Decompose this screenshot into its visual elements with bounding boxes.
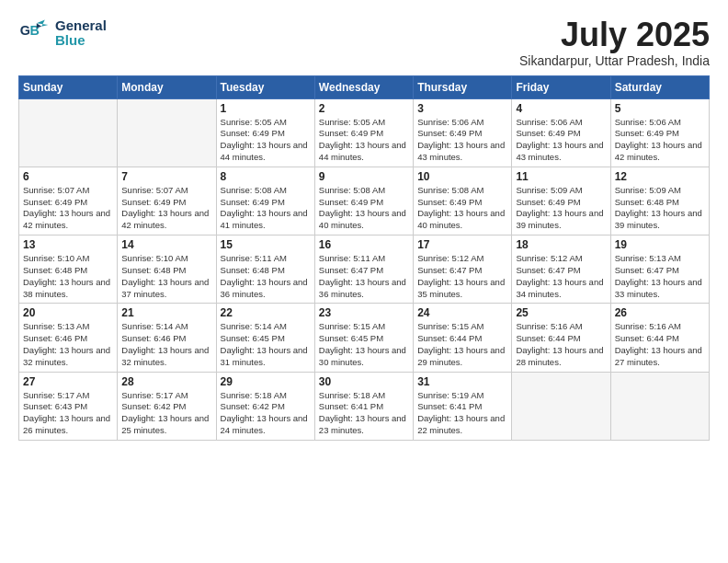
- day-number: 11: [516, 170, 606, 183]
- day-info: Sunrise: 5:10 AM Sunset: 6:48 PM Dayligh…: [23, 253, 113, 300]
- weekday-header: Sunday: [19, 75, 118, 98]
- calendar-cell: 10Sunrise: 5:08 AM Sunset: 6:49 PM Dayli…: [414, 167, 512, 235]
- day-info: Sunrise: 5:06 AM Sunset: 6:49 PM Dayligh…: [615, 117, 705, 164]
- calendar-cell: 20Sunrise: 5:13 AM Sunset: 6:46 PM Dayli…: [19, 304, 118, 372]
- day-number: 27: [23, 375, 113, 388]
- day-number: 24: [417, 306, 507, 319]
- weekday-header-row: SundayMondayTuesdayWednesdayThursdayFrid…: [19, 75, 710, 98]
- calendar-cell: 5Sunrise: 5:06 AM Sunset: 6:49 PM Daylig…: [610, 98, 709, 167]
- calendar-cell: 30Sunrise: 5:18 AM Sunset: 6:41 PM Dayli…: [314, 372, 413, 440]
- calendar-cell: 6Sunrise: 5:07 AM Sunset: 6:49 PM Daylig…: [19, 167, 118, 235]
- day-number: 26: [615, 306, 705, 319]
- day-number: 18: [516, 238, 606, 251]
- calendar-cell: [610, 372, 709, 440]
- day-number: 9: [319, 170, 409, 183]
- day-info: Sunrise: 5:11 AM Sunset: 6:47 PM Dayligh…: [319, 253, 409, 300]
- day-number: 1: [221, 102, 311, 115]
- day-number: 10: [417, 170, 507, 183]
- svg-text:G: G: [20, 23, 30, 38]
- day-info: Sunrise: 5:13 AM Sunset: 6:47 PM Dayligh…: [615, 253, 705, 300]
- day-number: 13: [23, 238, 113, 251]
- day-info: Sunrise: 5:06 AM Sunset: 6:49 PM Dayligh…: [516, 117, 606, 164]
- day-info: Sunrise: 5:11 AM Sunset: 6:48 PM Dayligh…: [221, 253, 311, 300]
- calendar-cell: 21Sunrise: 5:14 AM Sunset: 6:46 PM Dayli…: [118, 304, 216, 372]
- calendar-cell: 17Sunrise: 5:12 AM Sunset: 6:47 PM Dayli…: [414, 236, 512, 304]
- day-info: Sunrise: 5:15 AM Sunset: 6:45 PM Dayligh…: [319, 321, 409, 368]
- day-number: 19: [615, 238, 705, 251]
- day-number: 15: [221, 238, 311, 251]
- calendar-cell: [118, 98, 216, 167]
- day-number: 31: [417, 375, 507, 388]
- calendar-cell: [512, 372, 610, 440]
- calendar-cell: 9Sunrise: 5:08 AM Sunset: 6:49 PM Daylig…: [314, 167, 413, 235]
- calendar-week-row: 20Sunrise: 5:13 AM Sunset: 6:46 PM Dayli…: [19, 304, 710, 372]
- day-number: 8: [221, 170, 311, 183]
- location: Sikandarpur, Uttar Pradesh, India: [519, 53, 710, 68]
- day-info: Sunrise: 5:07 AM Sunset: 6:49 PM Dayligh…: [23, 185, 113, 232]
- day-info: Sunrise: 5:12 AM Sunset: 6:47 PM Dayligh…: [417, 253, 507, 300]
- calendar-cell: 22Sunrise: 5:14 AM Sunset: 6:45 PM Dayli…: [216, 304, 314, 372]
- calendar-cell: 3Sunrise: 5:06 AM Sunset: 6:49 PM Daylig…: [414, 98, 512, 167]
- calendar-header: SundayMondayTuesdayWednesdayThursdayFrid…: [19, 75, 710, 98]
- day-info: Sunrise: 5:12 AM Sunset: 6:47 PM Dayligh…: [516, 253, 606, 300]
- calendar-cell: 12Sunrise: 5:09 AM Sunset: 6:48 PM Dayli…: [610, 167, 709, 235]
- calendar-cell: 14Sunrise: 5:10 AM Sunset: 6:48 PM Dayli…: [118, 236, 216, 304]
- calendar-cell: 11Sunrise: 5:09 AM Sunset: 6:49 PM Dayli…: [512, 167, 610, 235]
- day-info: Sunrise: 5:15 AM Sunset: 6:44 PM Dayligh…: [417, 321, 507, 368]
- calendar-cell: 24Sunrise: 5:15 AM Sunset: 6:44 PM Dayli…: [414, 304, 512, 372]
- day-number: 29: [221, 375, 311, 388]
- day-number: 22: [221, 306, 311, 319]
- calendar-cell: 31Sunrise: 5:19 AM Sunset: 6:41 PM Dayli…: [414, 372, 512, 440]
- weekday-header: Wednesday: [314, 75, 413, 98]
- day-info: Sunrise: 5:09 AM Sunset: 6:48 PM Dayligh…: [615, 185, 705, 232]
- day-info: Sunrise: 5:19 AM Sunset: 6:41 PM Dayligh…: [417, 390, 507, 437]
- day-number: 17: [417, 238, 507, 251]
- page: G B General Blue July 2025 Sikandarpur, …: [0, 0, 728, 450]
- day-number: 12: [615, 170, 705, 183]
- header: G B General Blue July 2025 Sikandarpur, …: [18, 17, 710, 68]
- day-info: Sunrise: 5:05 AM Sunset: 6:49 PM Dayligh…: [319, 117, 409, 164]
- calendar-cell: 8Sunrise: 5:08 AM Sunset: 6:49 PM Daylig…: [216, 167, 314, 235]
- calendar-cell: 13Sunrise: 5:10 AM Sunset: 6:48 PM Dayli…: [19, 236, 118, 304]
- weekday-header: Monday: [118, 75, 216, 98]
- day-number: 14: [121, 238, 211, 251]
- day-info: Sunrise: 5:17 AM Sunset: 6:42 PM Dayligh…: [121, 390, 211, 437]
- day-info: Sunrise: 5:08 AM Sunset: 6:49 PM Dayligh…: [319, 185, 409, 232]
- day-info: Sunrise: 5:17 AM Sunset: 6:43 PM Dayligh…: [23, 390, 113, 437]
- day-info: Sunrise: 5:08 AM Sunset: 6:49 PM Dayligh…: [221, 185, 311, 232]
- day-info: Sunrise: 5:06 AM Sunset: 6:49 PM Dayligh…: [417, 117, 507, 164]
- day-number: 4: [516, 102, 606, 115]
- day-info: Sunrise: 5:13 AM Sunset: 6:46 PM Dayligh…: [23, 321, 113, 368]
- calendar-cell: 27Sunrise: 5:17 AM Sunset: 6:43 PM Dayli…: [19, 372, 118, 440]
- calendar-cell: [19, 98, 118, 167]
- calendar-week-row: 27Sunrise: 5:17 AM Sunset: 6:43 PM Dayli…: [19, 372, 710, 440]
- day-info: Sunrise: 5:08 AM Sunset: 6:49 PM Dayligh…: [417, 185, 507, 232]
- logo-icon: G B: [18, 17, 51, 50]
- title-block: July 2025 Sikandarpur, Uttar Pradesh, In…: [519, 17, 710, 68]
- day-info: Sunrise: 5:05 AM Sunset: 6:49 PM Dayligh…: [221, 117, 311, 164]
- calendar-cell: 25Sunrise: 5:16 AM Sunset: 6:44 PM Dayli…: [512, 304, 610, 372]
- day-info: Sunrise: 5:16 AM Sunset: 6:44 PM Dayligh…: [516, 321, 606, 368]
- logo: G B General Blue: [18, 17, 107, 50]
- month-year: July 2025: [519, 17, 710, 53]
- calendar-cell: 2Sunrise: 5:05 AM Sunset: 6:49 PM Daylig…: [314, 98, 413, 167]
- day-number: 30: [319, 375, 409, 388]
- day-number: 6: [23, 170, 113, 183]
- logo-text: General Blue: [55, 18, 107, 49]
- day-number: 16: [319, 238, 409, 251]
- day-number: 5: [615, 102, 705, 115]
- calendar-week-row: 13Sunrise: 5:10 AM Sunset: 6:48 PM Dayli…: [19, 236, 710, 304]
- day-info: Sunrise: 5:14 AM Sunset: 6:46 PM Dayligh…: [121, 321, 211, 368]
- day-info: Sunrise: 5:14 AM Sunset: 6:45 PM Dayligh…: [221, 321, 311, 368]
- calendar-cell: 15Sunrise: 5:11 AM Sunset: 6:48 PM Dayli…: [216, 236, 314, 304]
- weekday-header: Friday: [512, 75, 610, 98]
- calendar-week-row: 6Sunrise: 5:07 AM Sunset: 6:49 PM Daylig…: [19, 167, 710, 235]
- logo-line1: General: [55, 18, 107, 34]
- weekday-header: Saturday: [610, 75, 709, 98]
- day-number: 7: [121, 170, 211, 183]
- calendar: SundayMondayTuesdayWednesdayThursdayFrid…: [18, 75, 710, 441]
- calendar-cell: 28Sunrise: 5:17 AM Sunset: 6:42 PM Dayli…: [118, 372, 216, 440]
- calendar-body: 1Sunrise: 5:05 AM Sunset: 6:49 PM Daylig…: [19, 98, 710, 440]
- weekday-header: Thursday: [414, 75, 512, 98]
- day-number: 20: [23, 306, 113, 319]
